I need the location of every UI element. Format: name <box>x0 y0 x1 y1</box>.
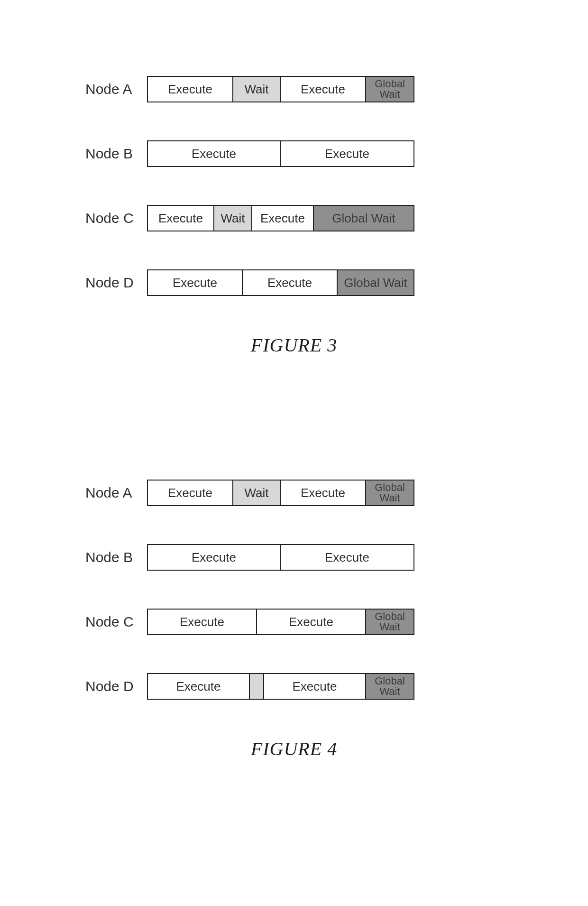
fig3-node-c-row: Node C Execute Wait Execute Global Wait <box>0 205 588 231</box>
figure-4: Node A Execute Wait Execute Global Wait … <box>0 480 588 760</box>
row-label: Node B <box>85 146 147 162</box>
segment-execute: Execute <box>148 270 243 295</box>
segment-execute: Execute <box>264 674 366 699</box>
fig4-node-a-row: Node A Execute Wait Execute Global Wait <box>0 480 588 506</box>
timeline-bar: Execute Wait Execute Global Wait <box>147 205 414 231</box>
timeline-bar: Execute Wait Execute Global Wait <box>147 480 414 506</box>
figure-3: Node A Execute Wait Execute Global Wait … <box>0 76 588 356</box>
row-label: Node B <box>85 549 147 565</box>
segment-wait: Wait <box>233 481 281 505</box>
segment-execute: Execute <box>257 610 366 634</box>
figure-4-caption: FIGURE 4 <box>0 738 588 760</box>
timeline-bar: Execute Execute Global Wait <box>147 673 414 700</box>
timeline-bar: Execute Execute <box>147 544 414 571</box>
segment-wait: Wait <box>214 206 252 231</box>
row-label: Node C <box>85 614 147 630</box>
row-label: Node C <box>85 210 147 226</box>
segment-global-wait: Global Wait <box>366 674 413 699</box>
segment-execute: Execute <box>148 610 257 634</box>
segment-execute: Execute <box>281 545 413 570</box>
segment-execute: Execute <box>148 481 233 505</box>
figure-spacer <box>0 356 588 480</box>
figure-3-caption: FIGURE 3 <box>0 334 588 356</box>
segment-execute: Execute <box>148 674 250 699</box>
row-label: Node A <box>85 485 147 501</box>
row-label: Node D <box>85 275 147 291</box>
fig4-node-d-row: Node D Execute Execute Global Wait <box>0 673 588 700</box>
segment-execute: Execute <box>148 141 281 166</box>
page: Node A Execute Wait Execute Global Wait … <box>0 0 588 906</box>
segment-execute: Execute <box>148 545 281 570</box>
segment-global-wait: Global Wait <box>314 206 413 231</box>
row-label: Node D <box>85 678 147 694</box>
segment-execute: Execute <box>252 206 314 231</box>
segment-execute: Execute <box>243 270 338 295</box>
segment-wait: Wait <box>233 77 281 102</box>
fig4-node-c-row: Node C Execute Execute Global Wait <box>0 609 588 635</box>
segment-execute: Execute <box>281 141 413 166</box>
fig3-node-b-row: Node B Execute Execute <box>0 140 588 167</box>
timeline-bar: Execute Execute Global Wait <box>147 609 414 635</box>
segment-wait <box>250 674 264 699</box>
timeline-bar: Execute Wait Execute Global Wait <box>147 76 414 102</box>
fig3-node-a-row: Node A Execute Wait Execute Global Wait <box>0 76 588 102</box>
segment-global-wait: Global Wait <box>366 481 413 505</box>
fig3-node-d-row: Node D Execute Execute Global Wait <box>0 269 588 296</box>
fig4-node-b-row: Node B Execute Execute <box>0 544 588 571</box>
segment-global-wait: Global Wait <box>366 610 413 634</box>
segment-execute: Execute <box>281 77 366 102</box>
segment-execute: Execute <box>148 77 233 102</box>
timeline-bar: Execute Execute Global Wait <box>147 269 414 296</box>
timeline-bar: Execute Execute <box>147 140 414 167</box>
row-label: Node A <box>85 81 147 97</box>
segment-execute: Execute <box>148 206 214 231</box>
segment-global-wait: Global Wait <box>366 77 413 102</box>
segment-execute: Execute <box>281 481 366 505</box>
segment-global-wait: Global Wait <box>338 270 413 295</box>
